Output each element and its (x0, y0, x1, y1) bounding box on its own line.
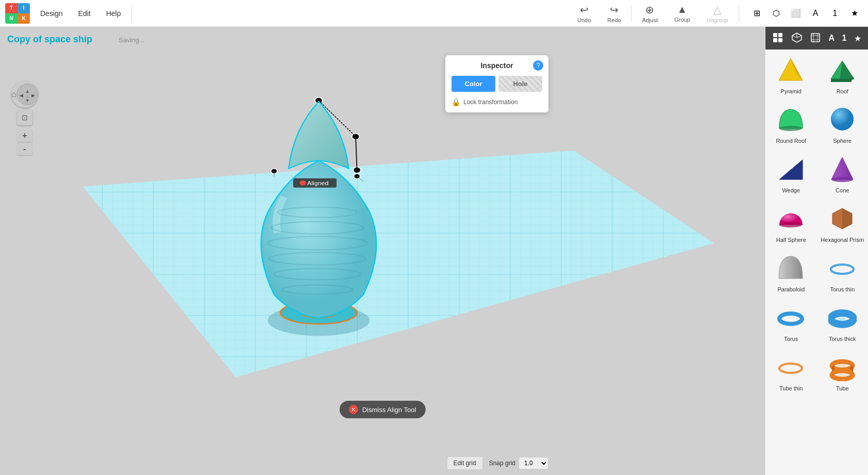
shape-preview-wedge (776, 153, 807, 184)
logo-k: K (18, 13, 30, 24)
shape-pyramid[interactable]: Pyramid (765, 50, 817, 99)
group-button[interactable]: ▲ Group (668, 2, 696, 25)
shape-preview-torus-thick (827, 302, 858, 333)
svg-point-49 (831, 108, 854, 130)
svg-line-36 (792, 36, 797, 38)
view-3d-button[interactable] (789, 30, 805, 47)
shape-label-round-roof: Round Roof (776, 138, 806, 144)
color-button[interactable]: Color (452, 76, 495, 92)
shape-preview-tube-thin (776, 351, 807, 382)
menu-help[interactable]: Help (101, 7, 126, 20)
svg-point-61 (838, 317, 846, 320)
shape-preview-roof (827, 54, 858, 85)
view-number-button[interactable]: 1 (840, 31, 848, 45)
shape-torus-thin[interactable]: Torus thin (817, 248, 869, 297)
3d-view-button[interactable]: ⬡ (768, 5, 784, 22)
shape-sphere[interactable]: Sphere (817, 99, 869, 149)
menu-design[interactable]: Design (35, 7, 68, 20)
collapse-handle[interactable]: ❯ (765, 241, 765, 261)
svg-line-16 (356, 137, 357, 170)
undo-label: Undo (577, 17, 591, 23)
shape-preview-torus-thin (827, 252, 858, 283)
undo-icon: ↩ (580, 4, 589, 16)
group-icon: ▲ (677, 4, 688, 15)
nav-fit[interactable]: ⊡ (17, 110, 32, 125)
view-buttons: A 1 ★ (765, 27, 868, 50)
inspector-title: Inspector (452, 61, 542, 70)
dismiss-label: Dismiss Align Tool (362, 406, 416, 414)
dismiss-banner[interactable]: ✕ Dismiss Align Tool (340, 401, 426, 418)
shape-torus-thick[interactable]: Torus thick (817, 297, 869, 347)
inspector-help-button[interactable]: ? (533, 60, 543, 71)
lock-icon: 🔒 (452, 98, 460, 106)
zoom-controls: + - (17, 129, 32, 155)
separator-1 (131, 5, 132, 22)
nav-home[interactable]: ▲ ⌂ ▼ ◀ ▶ (11, 81, 38, 108)
shape-label-torus-thick: Torus thick (829, 336, 856, 342)
shape-roof[interactable]: Roof (817, 50, 869, 99)
svg-marker-2 (83, 151, 714, 377)
logo-t: T (5, 3, 18, 13)
menu-edit[interactable]: Edit (73, 7, 96, 20)
redo-icon: ↪ (610, 4, 619, 16)
view-text-button[interactable]: A (826, 31, 837, 45)
view-grid-button[interactable] (770, 30, 786, 47)
undo-button[interactable]: ↩ Undo (571, 2, 597, 25)
svg-text:Aligned: Aligned (307, 181, 328, 186)
shape-wedge[interactable]: Wedge (765, 149, 817, 198)
zoom-in-button[interactable]: + (17, 129, 32, 142)
shape-preview-hex-prism (827, 203, 858, 234)
inspector-panel: Inspector Color Hole 🔒 Lock transformati… (445, 55, 548, 112)
lock-label: Lock transformation (463, 99, 518, 106)
svg-text:▲: ▲ (25, 89, 29, 94)
viewport: Copy of space ship Saving... (0, 27, 765, 475)
svg-rect-38 (811, 34, 820, 42)
shape-hex-prism[interactable]: Hexagonal Prism (817, 198, 869, 248)
shape-half-sphere[interactable]: Half Sphere (765, 198, 817, 248)
star-button[interactable]: ★ (846, 5, 863, 22)
svg-rect-30 (773, 33, 777, 37)
adjust-icon: ⊕ (645, 4, 654, 16)
logo[interactable]: T I N K (5, 3, 30, 24)
view-box-button[interactable] (808, 30, 823, 47)
text-button[interactable]: A (807, 5, 824, 22)
redo-button[interactable]: ↪ Redo (601, 2, 627, 25)
content: Copy of space ship Saving... (0, 27, 868, 475)
shape-label-sphere: Sphere (833, 138, 852, 144)
separator-3 (739, 5, 739, 22)
svg-point-58 (831, 265, 854, 274)
shape-round-roof[interactable]: Round Roof (765, 99, 817, 149)
svg-point-69 (837, 373, 847, 376)
adjust-label: Adjust (642, 17, 658, 23)
zoom-out-button[interactable]: - (17, 143, 32, 155)
svg-rect-33 (778, 38, 782, 42)
shape-cone[interactable]: Cone (817, 149, 869, 198)
canvas-area[interactable]: Copy of space ship Saving... (0, 27, 765, 475)
shape-preview-tube (827, 351, 858, 382)
svg-point-53 (831, 177, 853, 182)
svg-point-65 (837, 364, 847, 367)
svg-rect-32 (773, 38, 777, 42)
hole-button[interactable]: Hole (498, 76, 542, 92)
box-view-button[interactable]: ⬜ (788, 5, 804, 22)
shape-torus[interactable]: Torus (765, 297, 817, 347)
shape-tube[interactable]: Tube (817, 347, 869, 396)
number-button[interactable]: 1 (827, 5, 843, 22)
shape-paraboloid[interactable]: Paraboloid (765, 248, 817, 297)
toolbar-right: ↩ Undo ↪ Redo ⊕ Adjust ▲ Group △ Ungroup… (571, 2, 863, 25)
bottom-controls: Edit grid Snap grid 1.0 0.1 0.5 2.0 5.0 … (447, 456, 548, 470)
snap-select[interactable]: 1.0 0.1 0.5 2.0 5.0 10.0 (519, 457, 548, 469)
edit-grid-button[interactable]: Edit grid (447, 456, 483, 470)
shape-label-hex-prism: Hexagonal Prism (821, 237, 864, 243)
grid-view-button[interactable]: ⊞ (748, 5, 765, 22)
svg-point-22 (299, 181, 306, 186)
shape-preview-paraboloid (776, 252, 807, 283)
ungroup-button[interactable]: △ Ungroup (700, 2, 735, 25)
view-star-button[interactable]: ★ (852, 31, 863, 45)
shape-label-pyramid: Pyramid (781, 88, 802, 94)
shape-tube-thin[interactable]: Tube thin (765, 347, 817, 396)
dismiss-x: ✕ (349, 405, 358, 414)
lock-row: 🔒 Lock transformation (452, 98, 542, 106)
adjust-button[interactable]: ⊕ Adjust (636, 2, 664, 25)
shape-label-cone: Cone (836, 187, 849, 193)
